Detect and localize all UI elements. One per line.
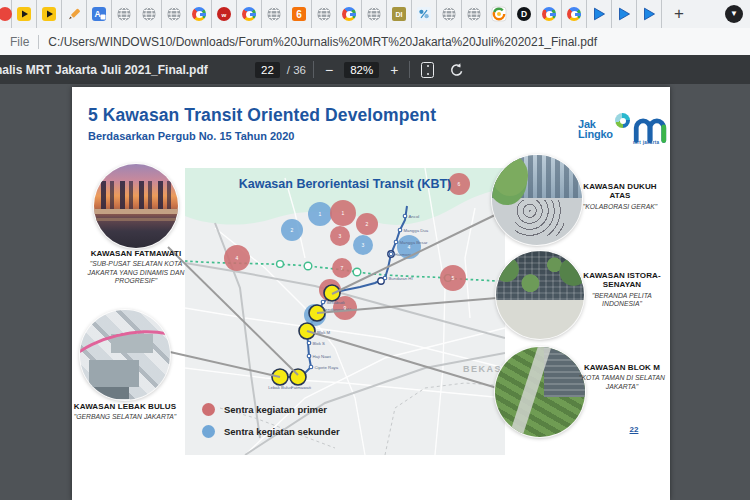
slide-subtitle: Berdasarkan Pergub No. 15 Tahun 2020 <box>88 130 294 142</box>
map-station-label: Setiabudi <box>327 300 345 305</box>
legend-label: Sentra kegiatan sekunder <box>224 426 340 437</box>
page-number-input[interactable]: 22 <box>255 62 280 78</box>
kawasan-quote: "KOTA TAMAN DI SELATAN JAKARTA" <box>572 374 670 391</box>
map-primary-number: 4 <box>236 255 239 261</box>
tab-cut-red[interactable] <box>0 0 12 28</box>
fit-page-button[interactable] <box>417 62 438 78</box>
tab-google[interactable] <box>237 0 262 28</box>
map-station-label: Fatmawati <box>291 385 311 390</box>
tab-red-badge[interactable]: w <box>212 0 237 28</box>
svg-text:DI: DI <box>396 11 403 18</box>
tab-play-blue[interactable] <box>637 0 662 28</box>
map-tod-station <box>324 285 340 301</box>
tab-globe[interactable] <box>137 0 162 28</box>
map-station-dot <box>389 252 393 256</box>
toolbar-separator <box>409 61 410 78</box>
map-station-dot <box>307 341 311 345</box>
map-primary-number: 1 <box>342 210 345 216</box>
pdf-page: 5 Kawasan Transit Oriented Develompent B… <box>72 87 670 500</box>
globe-favicon <box>466 6 482 22</box>
pdf-toolbar-controls: 22 / 36 − 82% + <box>255 55 469 84</box>
tab-globe[interactable] <box>112 0 137 28</box>
tab-globe[interactable] <box>362 0 387 28</box>
tab-play-yellow[interactable] <box>37 0 62 28</box>
photo-kawasan-istora-senayan <box>496 251 584 339</box>
kawasan-name: KAWASAN FATMAWATI <box>78 249 194 258</box>
map-primary-number: 7 <box>341 265 344 271</box>
slide-page-number: 22 <box>624 425 644 434</box>
tab-google[interactable] <box>337 0 362 28</box>
globe-favicon <box>116 6 132 22</box>
photo-kawasan-fatmawati <box>94 164 178 248</box>
svg-text:A: A <box>94 9 100 19</box>
svg-text:w: w <box>221 11 227 18</box>
play-blue-favicon <box>641 6 657 22</box>
tab-globe[interactable] <box>437 0 462 28</box>
tab-play-blue[interactable] <box>587 0 612 28</box>
kawasan-quote: "KOLABORASI GERAK" <box>572 203 668 211</box>
map-station-label: Blok M <box>317 330 331 335</box>
legend-dot <box>202 425 215 438</box>
pencil-favicon <box>66 6 82 22</box>
map-station-label: Cipete Raya <box>315 365 339 370</box>
kawasan-name: KAWASAN LEBAK BULUS <box>72 402 178 411</box>
new-tab-button[interactable]: + <box>664 0 694 28</box>
globe-favicon <box>266 6 282 22</box>
file-path-bar: File C:/Users/WINDOWS10/Downloads/Forum%… <box>0 28 750 56</box>
map-station-dot <box>383 276 387 280</box>
zoom-level-display: 82% <box>344 62 379 78</box>
fit-page-icon <box>421 62 434 78</box>
kawasan-quote: "SUB-PUSAT SELATAN KOTA JAKARTA YANG DIN… <box>78 260 194 285</box>
photo-kawasan-lebak-bulus <box>80 310 170 400</box>
google-favicon <box>341 6 357 22</box>
globe-favicon <box>316 6 332 22</box>
map-station-label: Haji Nawi <box>313 354 331 359</box>
map-station-label: Mangga Dua <box>404 228 429 233</box>
tab-pencil[interactable] <box>62 0 87 28</box>
map-station-label: Ancol <box>409 214 420 219</box>
kawasan-name: KAWASAN BLOK M <box>572 363 670 372</box>
label-kawasan-blok-m: KAWASAN BLOK M "KOTA TAMAN DI SELATAN JA… <box>572 363 670 391</box>
globe-favicon <box>441 6 457 22</box>
map-station-label: Blok S <box>313 341 326 346</box>
jaklingko-pinwheel-icon <box>615 113 630 128</box>
rotate-button[interactable] <box>445 62 469 78</box>
map-secondary-number: 4 <box>408 244 411 250</box>
tab-google[interactable] <box>562 0 587 28</box>
map-station-dot <box>403 214 407 218</box>
globe-favicon <box>366 6 382 22</box>
tab-search-menu-button[interactable]: ▼ <box>725 5 743 23</box>
tab-play-blue[interactable] <box>612 0 637 28</box>
map-station-label: Lebak Bulus <box>268 385 292 390</box>
tab-google[interactable] <box>187 0 212 28</box>
tab-globe[interactable] <box>462 0 487 28</box>
tab-six[interactable]: 6 <box>287 0 312 28</box>
file-path-text: C:/Users/WINDOWS10/Downloads/Forum%20Jur… <box>48 35 597 49</box>
zoom-out-button[interactable]: − <box>321 62 337 78</box>
google-favicon <box>191 6 207 22</box>
kawasan-quote: "GERBANG SELATAN JAKARTA" <box>72 413 178 421</box>
tab-globe[interactable] <box>162 0 187 28</box>
teal-favicon <box>416 6 432 22</box>
tab-play-yellow[interactable] <box>12 0 37 28</box>
tab-di[interactable]: DI <box>387 0 412 28</box>
tab-globe[interactable] <box>262 0 287 28</box>
tab-d-black[interactable]: D <box>512 0 537 28</box>
zoom-in-button[interactable]: + <box>386 62 402 78</box>
map-tod-station <box>299 323 315 339</box>
browser-tab-strip: Aw6DID + ▼ <box>0 0 750 29</box>
tab-globe[interactable] <box>312 0 337 28</box>
label-kawasan-istora-senayan: KAWASAN ISTORA-SENAYAN "BERANDA PELITA I… <box>583 271 661 309</box>
legend-label: Sentra kegiatan primer <box>224 404 327 415</box>
map-secondary-number: 2 <box>291 227 294 233</box>
map-title: Kawasan Berorientasi Transit (KBT) <box>239 177 452 191</box>
six-favicon: 6 <box>291 6 307 22</box>
map-legend: Sentra kegiatan primerSentra kegiatan se… <box>202 403 340 447</box>
rotate-icon <box>449 62 465 78</box>
tab-translate[interactable]: A <box>87 0 112 28</box>
tab-colorful[interactable] <box>487 0 512 28</box>
svg-text:D: D <box>521 9 527 19</box>
tab-google[interactable] <box>537 0 562 28</box>
map-station-dot <box>309 365 313 369</box>
tab-teal[interactable] <box>412 0 437 28</box>
